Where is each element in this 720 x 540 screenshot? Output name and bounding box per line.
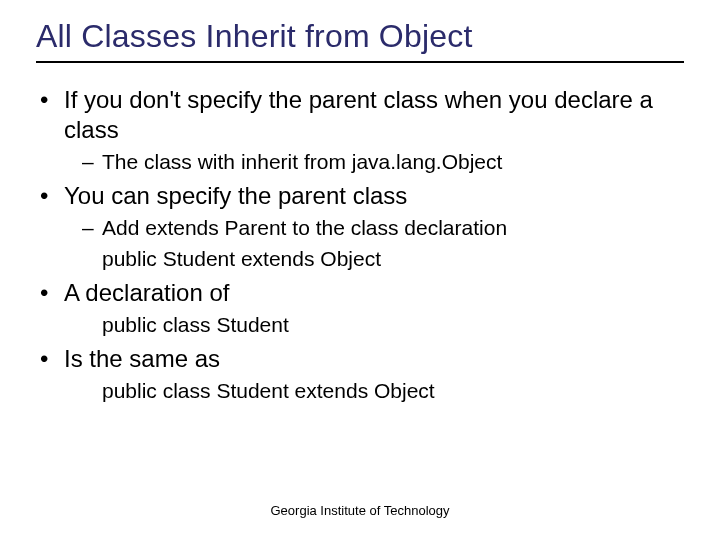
sub-bullet-item: The class with inherit from java.lang.Ob… <box>82 149 684 175</box>
bullet-list: If you don't specify the parent class wh… <box>36 85 684 404</box>
sub-bullet-item: Add extends Parent to the class declarat… <box>82 215 684 241</box>
sub-bullet-list: public class Student extends Object <box>64 378 684 404</box>
sub-bullet-text: public class Student extends Object <box>102 379 435 402</box>
sub-bullet-list: public class Student <box>64 312 684 338</box>
slide: All Classes Inherit from Object If you d… <box>0 0 720 540</box>
footer-text: Georgia Institute of Technology <box>0 503 720 518</box>
title-underline <box>36 61 684 63</box>
bullet-item: A declaration of public class Student <box>38 278 684 338</box>
sub-bullet-item: public class Student extends Object <box>82 378 684 404</box>
sub-bullet-text: public class Student <box>102 313 289 336</box>
sub-bullet-item: public Student extends Object <box>82 246 684 272</box>
slide-title: All Classes Inherit from Object <box>36 18 684 55</box>
bullet-text: If you don't specify the parent class wh… <box>64 86 653 143</box>
sub-bullet-list: The class with inherit from java.lang.Ob… <box>64 149 684 175</box>
sub-bullet-text: Add extends Parent to the class declarat… <box>102 216 507 239</box>
bullet-item: You can specify the parent class Add ext… <box>38 181 684 272</box>
sub-bullet-text: The class with inherit from java.lang.Ob… <box>102 150 502 173</box>
bullet-text: Is the same as <box>64 345 220 372</box>
sub-bullet-list: Add extends Parent to the class declarat… <box>64 215 684 272</box>
sub-bullet-item: public class Student <box>82 312 684 338</box>
bullet-text: You can specify the parent class <box>64 182 407 209</box>
sub-bullet-text: public Student extends Object <box>102 247 381 270</box>
bullet-item: Is the same as public class Student exte… <box>38 344 684 404</box>
bullet-item: If you don't specify the parent class wh… <box>38 85 684 175</box>
bullet-text: A declaration of <box>64 279 229 306</box>
